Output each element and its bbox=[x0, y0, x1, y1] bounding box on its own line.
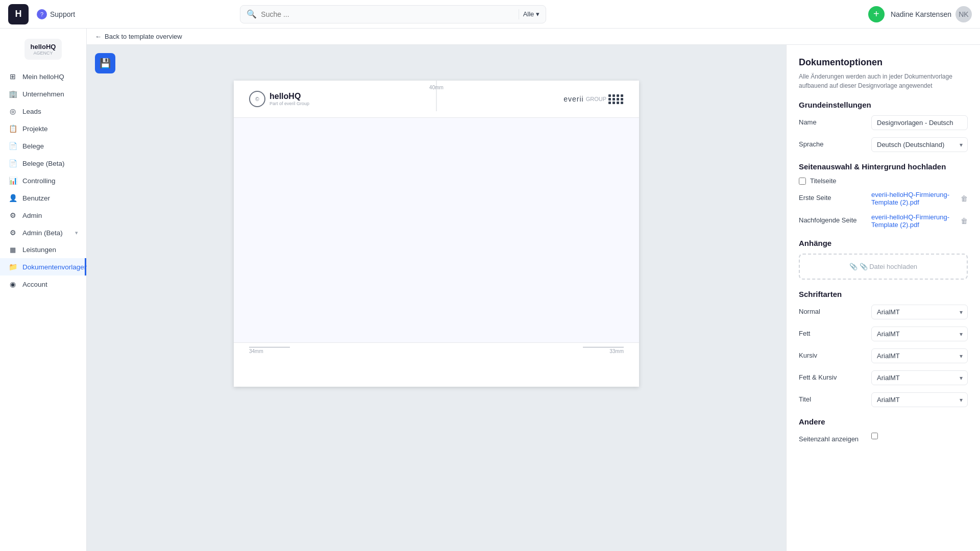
font-fett-kursiv-select[interactable]: ArialMTArialHelvetica bbox=[871, 370, 968, 385]
dot-11 bbox=[617, 102, 619, 104]
font-normal-select[interactable]: ArialMTArialHelvetica bbox=[871, 305, 968, 319]
sidebar-item-label: Unternehmen bbox=[22, 90, 64, 98]
sidebar-item-mein-hellohq[interactable]: ⊞ Mein helloHQ bbox=[0, 68, 86, 85]
sidebar-item-benutzer[interactable]: 👤 Benutzer bbox=[0, 189, 86, 207]
sprache-select[interactable]: Deutsch (Deutschland) Englisch Französis… bbox=[871, 137, 968, 152]
ruler-left: 34mm bbox=[249, 347, 290, 354]
trash-icon-erste-seite[interactable]: 🗑 bbox=[961, 194, 968, 203]
dot-6 bbox=[612, 98, 615, 101]
ruler-right: 33mm bbox=[583, 347, 624, 354]
section-grundeinstellungen: Grundeinstellungen bbox=[799, 101, 968, 109]
sidebar-item-dokumentenvorlagen[interactable]: 📁 Dokumentenvorlagen bbox=[0, 258, 86, 276]
app-logo[interactable]: H bbox=[8, 4, 29, 24]
form-label-nachfolgende-seite: Nachfolgende Seite bbox=[799, 213, 865, 224]
search-input[interactable] bbox=[261, 10, 514, 18]
sidebar-item-label: Leistungen bbox=[22, 246, 56, 254]
plus-icon: + bbox=[873, 8, 879, 20]
form-row-kursiv: Kursiv ArialMTArialHelvetica bbox=[799, 348, 968, 363]
name-input[interactable] bbox=[871, 115, 968, 130]
form-control-fett-kursiv[interactable]: ArialMTArialHelvetica bbox=[871, 370, 968, 385]
form-control-fett[interactable]: ArialMTArialHelvetica bbox=[871, 327, 968, 341]
form-row-nachfolgende-seite: Nachfolgende Seite everii-helloHQ-Firmie… bbox=[799, 213, 968, 229]
support-link[interactable]: ? Support bbox=[37, 9, 75, 19]
form-row-titel: Titel ArialMTArialHelvetica bbox=[799, 392, 968, 407]
form-control-name[interactable] bbox=[871, 115, 968, 130]
dot-7 bbox=[617, 98, 619, 101]
form-label-seitenzahl: Seitenzahl anzeigen bbox=[799, 432, 865, 443]
doc-footer: 34mm 33mm bbox=[234, 342, 639, 358]
checkbox-titelseite[interactable]: Titelseite bbox=[799, 177, 968, 185]
upload-label: 📎 Datei hochladen bbox=[860, 263, 918, 270]
form-control-sprache[interactable]: Deutsch (Deutschland) Englisch Französis… bbox=[871, 137, 968, 152]
belege-icon: 📄 bbox=[8, 142, 17, 150]
belege-beta-icon: 📄 bbox=[8, 159, 17, 167]
dot-8 bbox=[621, 98, 623, 101]
leistungen-icon: ▦ bbox=[8, 246, 17, 254]
doc-body bbox=[234, 118, 639, 342]
form-row-erste-seite: Erste Seite everii-helloHQ-Firmierung-Te… bbox=[799, 191, 968, 206]
home-icon: ⊞ bbox=[8, 72, 17, 81]
panel-title: Dokumentoptionen bbox=[799, 57, 968, 68]
titelseite-checkbox[interactable] bbox=[799, 178, 806, 185]
panel-subtitle: Alle Änderungen werden auch in jeder Dok… bbox=[799, 72, 968, 90]
sidebar-item-controlling[interactable]: 📊 Controlling bbox=[0, 172, 86, 189]
sidebar-item-label: Leads bbox=[22, 108, 41, 115]
section-schriftarten: Schriftarten bbox=[799, 290, 968, 298]
form-row-sprache: Sprache Deutsch (Deutschland) Englisch F… bbox=[799, 137, 968, 152]
font-fett-select[interactable]: ArialMTArialHelvetica bbox=[871, 327, 968, 341]
doc-logo-right: everii GROUP bbox=[564, 94, 624, 104]
sidebar-item-label: Admin bbox=[22, 212, 42, 219]
sidebar: helloHQ AGENCY ⊞ Mein helloHQ 🏢 Unterneh… bbox=[0, 29, 87, 551]
sidebar-item-leads[interactable]: ◎ Leads bbox=[0, 103, 86, 120]
sidebar-logo-sub: AGENCY bbox=[31, 51, 56, 56]
font-kursiv-select[interactable]: ArialMTArialHelvetica bbox=[871, 348, 968, 363]
back-link[interactable]: ← Back to template overview bbox=[95, 33, 182, 40]
form-row-fett-kursiv: Fett & Kursiv ArialMTArialHelvetica bbox=[799, 370, 968, 385]
sidebar-item-projekte[interactable]: 📋 Projekte bbox=[0, 120, 86, 137]
company-icon: 🏢 bbox=[8, 90, 17, 98]
sidebar-logo-area: helloHQ AGENCY bbox=[0, 35, 86, 68]
user-menu[interactable]: Nadine Karstensen NK bbox=[891, 6, 972, 22]
upload-area[interactable]: 📎 📎 Datei hochladen bbox=[799, 254, 968, 280]
dot-3 bbox=[617, 94, 619, 97]
sidebar-item-belege-beta[interactable]: 📄 Belege (Beta) bbox=[0, 155, 86, 172]
nachfolgende-seite-file-link[interactable]: everii-helloHQ-Firmierung-Template (2).p… bbox=[871, 213, 958, 229]
arrow-left-icon: ← bbox=[95, 33, 102, 40]
form-row-normal: Normal ArialMTArialHelvetica bbox=[799, 305, 968, 319]
seitenzahl-checkbox[interactable] bbox=[871, 433, 878, 439]
everii-text: everii bbox=[564, 95, 583, 103]
form-row-seitenzahl: Seitenzahl anzeigen bbox=[799, 432, 968, 443]
save-button[interactable]: 💾 bbox=[95, 53, 115, 73]
erste-seite-file-link[interactable]: everii-helloHQ-Firmierung-Template (2).p… bbox=[871, 191, 958, 206]
logo-letter: H bbox=[15, 9, 22, 19]
doc-logo-sub: Part of everil Group bbox=[270, 101, 309, 106]
sidebar-item-label: Belege (Beta) bbox=[22, 160, 65, 167]
save-icon: 💾 bbox=[100, 58, 111, 69]
right-panel: Dokumentoptionen Alle Änderungen werden … bbox=[786, 45, 980, 551]
font-titel-select[interactable]: ArialMTArialHelvetica bbox=[871, 392, 968, 407]
add-button[interactable]: + bbox=[868, 6, 885, 22]
avatar: NK bbox=[955, 6, 972, 22]
form-control-normal[interactable]: ArialMTArialHelvetica bbox=[871, 305, 968, 319]
sidebar-item-account[interactable]: ◉ Account bbox=[0, 276, 86, 293]
form-control-erste-seite: everii-helloHQ-Firmierung-Template (2).p… bbox=[871, 191, 968, 206]
controlling-icon: 📊 bbox=[8, 177, 17, 185]
search-filter-dropdown[interactable]: Alle ▾ bbox=[523, 10, 540, 18]
sidebar-item-admin[interactable]: ⚙ Admin bbox=[0, 207, 86, 224]
form-control-kursiv[interactable]: ArialMTArialHelvetica bbox=[871, 348, 968, 363]
form-control-nachfolgende-seite: everii-helloHQ-Firmierung-Template (2).p… bbox=[871, 213, 968, 229]
sidebar-item-leistungen[interactable]: ▦ Leistungen bbox=[0, 241, 86, 258]
sidebar-item-unternehmen[interactable]: 🏢 Unternehmen bbox=[0, 85, 86, 103]
search-bar[interactable]: 🔍 Alle ▾ bbox=[240, 5, 546, 23]
sidebar-item-label: Controlling bbox=[22, 177, 56, 185]
trash-icon-nachfolgende-seite[interactable]: 🗑 bbox=[961, 217, 968, 225]
sidebar-item-admin-beta[interactable]: ⚙ Admin (Beta) ▾ bbox=[0, 224, 86, 241]
form-label-kursiv: Kursiv bbox=[799, 348, 865, 359]
form-control-titel[interactable]: ArialMTArialHelvetica bbox=[871, 392, 968, 407]
upload-icon: 📎 bbox=[849, 263, 857, 270]
doc-logo-circle: © bbox=[249, 91, 265, 107]
form-control-seitenzahl[interactable] bbox=[871, 432, 968, 441]
dot-10 bbox=[612, 102, 615, 104]
doc-logo-text: helloHQ bbox=[270, 92, 309, 101]
sidebar-item-belege[interactable]: 📄 Belege bbox=[0, 137, 86, 155]
